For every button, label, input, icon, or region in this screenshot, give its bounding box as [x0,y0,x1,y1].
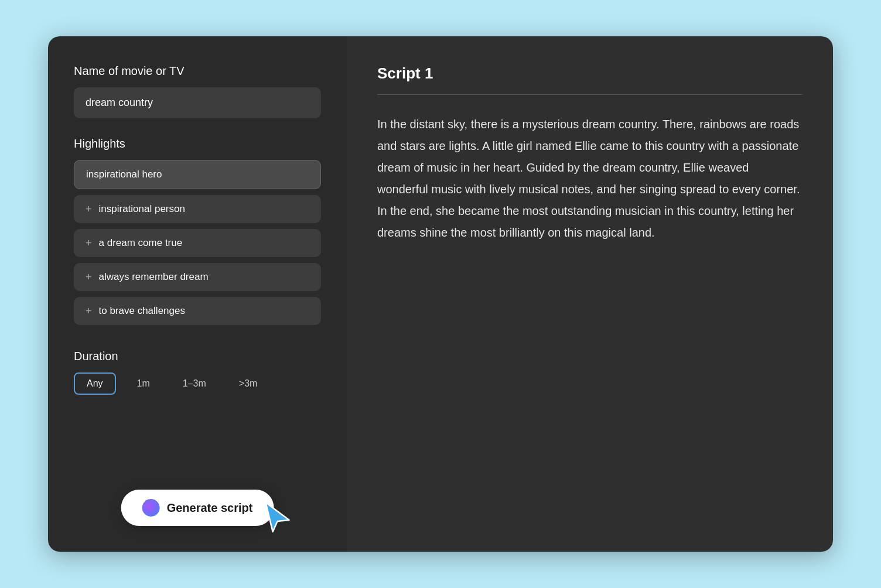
plus-icon: + [86,306,92,316]
highlight-label: inspirational hero [86,169,162,180]
plus-icon: + [86,272,92,282]
highlight-label: to brave challenges [99,305,185,317]
highlight-label: always remember dream [99,271,209,283]
plus-icon: + [86,204,92,214]
duration-3m-plus[interactable]: >3m [227,372,269,395]
generate-btn-label: Generate script [167,501,253,515]
highlights-label: Highlights [74,137,321,151]
main-container: Name of movie or TV Highlights inspirati… [48,36,833,552]
highlights-section: Highlights inspirational hero + inspirat… [74,137,321,331]
duration-1-3m[interactable]: 1–3m [171,372,218,395]
duration-section: Duration Any 1m 1–3m >3m [74,350,321,395]
highlight-item-to-brave-challenges[interactable]: + to brave challenges [74,297,321,325]
generate-btn-container: Generate script [121,490,274,526]
left-panel: Name of movie or TV Highlights inspirati… [48,36,347,552]
generate-script-button[interactable]: Generate script [121,490,274,526]
duration-any[interactable]: Any [74,372,116,395]
generate-icon [142,499,160,517]
highlight-label: inspirational person [99,203,185,215]
cursor-wrapper [262,500,292,536]
script-content: In the distant sky, there is a mysteriou… [377,114,803,244]
cursor-icon [262,500,292,534]
duration-buttons: Any 1m 1–3m >3m [74,372,321,395]
duration-1m[interactable]: 1m [125,372,162,395]
highlight-item-dream-come-true[interactable]: + a dream come true [74,229,321,257]
highlight-label: a dream come true [99,237,183,249]
divider [377,94,803,95]
movie-input[interactable] [74,87,321,118]
movie-label: Name of movie or TV [74,64,321,78]
highlight-item-always-remember-dream[interactable]: + always remember dream [74,263,321,291]
right-panel: Script 1 In the distant sky, there is a … [347,36,833,552]
highlight-item-inspirational-person[interactable]: + inspirational person [74,195,321,223]
duration-label: Duration [74,350,321,363]
script-title: Script 1 [377,64,803,83]
plus-icon: + [86,238,92,248]
highlight-item-inspirational-hero[interactable]: inspirational hero [74,160,321,189]
